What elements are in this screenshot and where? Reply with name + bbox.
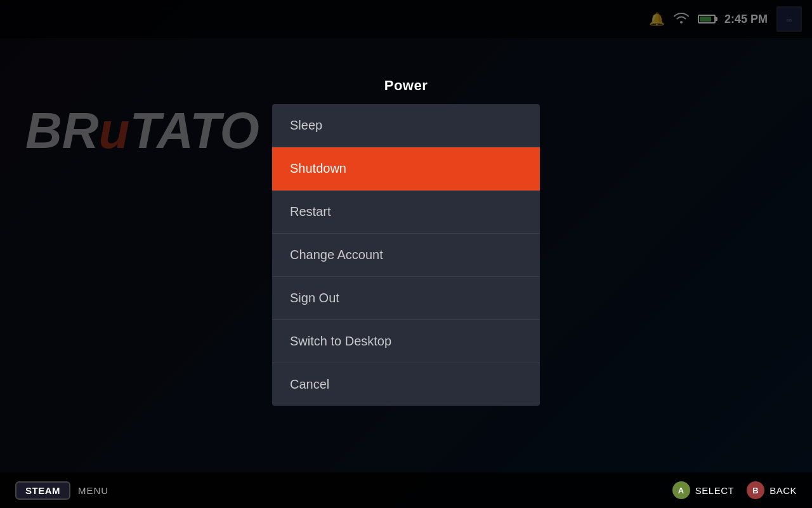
select-control: A SELECT	[672, 481, 734, 499]
power-menu: Sleep Shutdown Restart Change Account Si…	[272, 104, 540, 406]
menu-item-switch-to-desktop[interactable]: Switch to Desktop	[272, 320, 540, 363]
bottombar: STEAM MENU A SELECT B BACK	[0, 472, 812, 508]
power-overlay: Power Sleep Shutdown Restart Change Acco…	[0, 0, 812, 508]
menu-item-restart[interactable]: Restart	[272, 190, 540, 234]
power-title: Power	[384, 77, 428, 94]
menu-item-sleep[interactable]: Sleep	[272, 104, 540, 147]
steam-badge[interactable]: STEAM	[15, 481, 70, 500]
bottom-right: A SELECT B BACK	[672, 481, 797, 499]
back-label: BACK	[769, 485, 797, 496]
menu-label: MENU	[78, 485, 108, 496]
menu-item-cancel[interactable]: Cancel	[272, 363, 540, 406]
bottom-left: STEAM MENU	[15, 481, 108, 500]
b-badge: B	[747, 481, 764, 499]
a-badge: A	[672, 481, 690, 499]
select-label: SELECT	[695, 485, 734, 496]
menu-item-sign-out[interactable]: Sign Out	[272, 277, 540, 320]
back-control: B BACK	[747, 481, 797, 499]
menu-item-change-account[interactable]: Change Account	[272, 234, 540, 277]
menu-item-shutdown[interactable]: Shutdown	[272, 147, 540, 190]
